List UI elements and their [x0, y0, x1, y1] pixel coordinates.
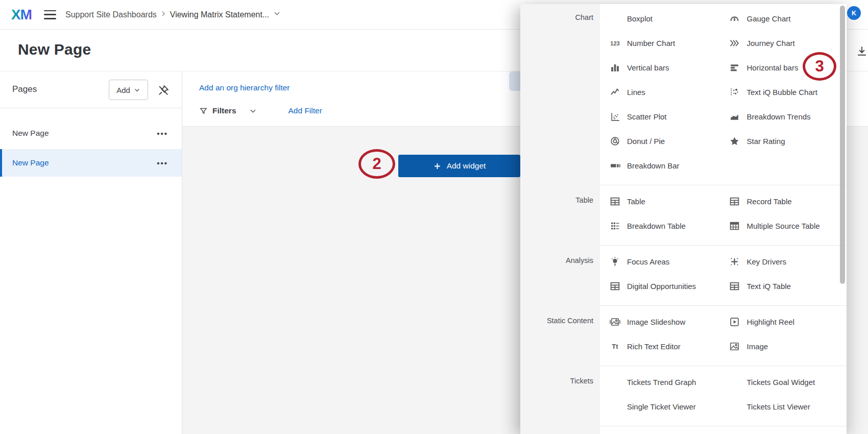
widget-items-grid: [600, 426, 847, 434]
widget-type-label: Boxplot: [627, 14, 653, 23]
widget-type-label: Rich Text Editor: [627, 342, 681, 351]
filters-label: Filters: [212, 106, 236, 115]
org-hierarchy-filter-link[interactable]: Add an org hierarchy filter: [199, 83, 290, 92]
widget-type-label: Image: [747, 342, 768, 351]
widget-type-option[interactable]: Tickets Goal Widget: [720, 370, 840, 394]
widget-type-label: Tickets Goal Widget: [747, 378, 815, 387]
widget-type-option[interactable]: Breakdown Table: [600, 213, 720, 238]
gauge-icon: [729, 13, 740, 24]
widget-category-label: [520, 426, 600, 434]
widget-type-option[interactable]: Image: [720, 334, 840, 358]
add-page-button[interactable]: Add: [109, 80, 148, 100]
line-chart-icon: [609, 86, 620, 98]
blank-icon: [609, 376, 620, 388]
page-item-options-icon[interactable]: •••: [157, 129, 168, 138]
widget-items-grid: Tickets Trend GraphTickets Goal WidgetSi…: [600, 366, 847, 426]
widget-type-label: Table: [627, 197, 645, 206]
widget-type-option[interactable]: Text iQ Table: [720, 274, 840, 298]
filters-toggle[interactable]: Filters: [199, 106, 257, 115]
widget-picker-panel: ChartBoxplotGauge Chart123Number ChartJo…: [520, 4, 847, 434]
widget-type-option[interactable]: Vertical bars: [600, 55, 720, 80]
widget-type-option[interactable]: Tickets Trend Graph: [600, 370, 720, 394]
widget-type-option[interactable]: Donut / Pie: [600, 129, 720, 153]
widget-type-option[interactable]: TtRich Text Editor: [600, 334, 720, 358]
widget-type-option[interactable]: 123Number Chart: [600, 31, 720, 55]
widget-type-label: Record Table: [747, 197, 792, 206]
widget-type-option[interactable]: Lines: [600, 80, 720, 104]
user-avatar[interactable]: K: [847, 6, 861, 20]
widget-type-option[interactable]: Tickets List Viewer: [720, 394, 840, 419]
widget-section: ChartBoxplotGauge Chart123Number ChartJo…: [520, 4, 847, 185]
widget-type-option[interactable]: Text iQ Bubble Chart: [720, 80, 840, 104]
widget-type-option[interactable]: Multiple Source Table: [720, 213, 840, 238]
widget-type-option[interactable]: Journey Chart: [720, 31, 840, 55]
bubble-chart-icon: [729, 86, 740, 98]
table-icon: [729, 196, 740, 207]
widget-type-option[interactable]: Breakdown Bar: [600, 153, 720, 178]
widget-type-option[interactable]: Focus Areas: [600, 249, 720, 274]
widget-type-option[interactable]: Image Slideshow: [600, 309, 720, 334]
sidebar-page-item[interactable]: New Page•••: [0, 119, 182, 147]
widget-type-option[interactable]: Digital Opportunities: [600, 274, 720, 298]
table-icon: [609, 280, 620, 292]
donut-chart-icon: [609, 135, 620, 147]
page-item-options-icon[interactable]: •••: [157, 159, 168, 167]
widget-type-label: Vertical bars: [627, 63, 669, 72]
horizontal-bars-icon: [729, 62, 740, 73]
table-icon: [729, 280, 740, 292]
widget-type-option[interactable]: Breakdown Trends: [720, 104, 840, 129]
widget-type-option[interactable]: Single Ticket Viewer: [600, 394, 720, 419]
add-page-button-label: Add: [116, 86, 130, 94]
widget-type-option[interactable]: Key Drivers: [720, 249, 840, 274]
table-icon: [609, 196, 620, 207]
add-widget-button[interactable]: Add widget: [398, 155, 520, 177]
widget-type-option[interactable]: Gauge Chart: [720, 6, 840, 31]
sidebar-page-item[interactable]: New Page•••: [0, 149, 182, 177]
journey-icon: [729, 37, 740, 49]
widget-category-label: Tickets: [520, 366, 600, 426]
widget-type-label: Breakdown Table: [627, 222, 686, 230]
widget-items-grid: Image SlideshowHighlight ReelTtRich Text…: [600, 305, 847, 366]
widget-type-option[interactable]: Scatter Plot: [600, 104, 720, 129]
widget-type-option[interactable]: Horizontal bars: [720, 55, 840, 80]
pages-heading: Pages: [12, 84, 37, 94]
widget-type-option[interactable]: Table: [600, 189, 720, 213]
sidebar-page-item-label: New Page: [12, 129, 49, 138]
widget-type-label: Number Chart: [627, 39, 675, 47]
widget-category-label: Analysis: [520, 245, 600, 305]
export-download-icon[interactable]: [856, 45, 868, 57]
area-chart-icon: [729, 111, 740, 122]
widget-type-option[interactable]: Highlight Reel: [720, 309, 840, 334]
add-widget-label: Add widget: [447, 161, 486, 171]
breadcrumb-current-page[interactable]: Viewing Matrix Statement...: [170, 10, 269, 19]
widget-type-label: Scatter Plot: [627, 112, 667, 121]
highlight-reel-icon: [729, 316, 740, 327]
breadcrumb-dropdown-icon[interactable]: [273, 10, 281, 19]
widget-type-label: Tickets List Viewer: [747, 402, 810, 411]
breadcrumb-chevron-icon: [160, 10, 167, 19]
unpin-sidebar-icon[interactable]: [157, 84, 170, 97]
widget-type-option[interactable]: Record Table: [720, 189, 840, 213]
image-icon: [729, 341, 740, 352]
pages-sidebar: Pages Add New Page•••New Page•••: [0, 71, 182, 434]
add-filter-link[interactable]: Add Filter: [288, 106, 322, 115]
panel-scrollbar-thumb[interactable]: [840, 6, 845, 284]
hamburger-menu-icon[interactable]: [44, 10, 56, 19]
widget-items-grid: TableRecord TableBreakdown TableMultiple…: [600, 185, 847, 245]
breadcrumb-section[interactable]: Support Site Dashboards: [65, 10, 157, 19]
widget-type-option[interactable]: Boxplot: [600, 6, 720, 31]
widget-type-label: Digital Opportunities: [627, 282, 696, 291]
widget-type-label: Horizontal bars: [747, 63, 799, 72]
widget-type-label: Highlight Reel: [747, 318, 794, 326]
plus-icon: [433, 162, 442, 171]
widget-type-label: Gauge Chart: [747, 14, 791, 23]
widget-category-label: Chart: [520, 4, 600, 185]
widget-type-label: Text iQ Bubble Chart: [747, 88, 817, 97]
widget-type-label: Single Ticket Viewer: [627, 402, 696, 411]
star-icon: [729, 135, 740, 147]
widget-type-option[interactable]: Star Rating: [720, 129, 840, 153]
pages-header: Pages Add: [0, 71, 182, 108]
number-123-icon: 123: [609, 37, 620, 49]
xm-logo: XM: [11, 7, 32, 23]
widget-type-label: Donut / Pie: [627, 137, 665, 146]
